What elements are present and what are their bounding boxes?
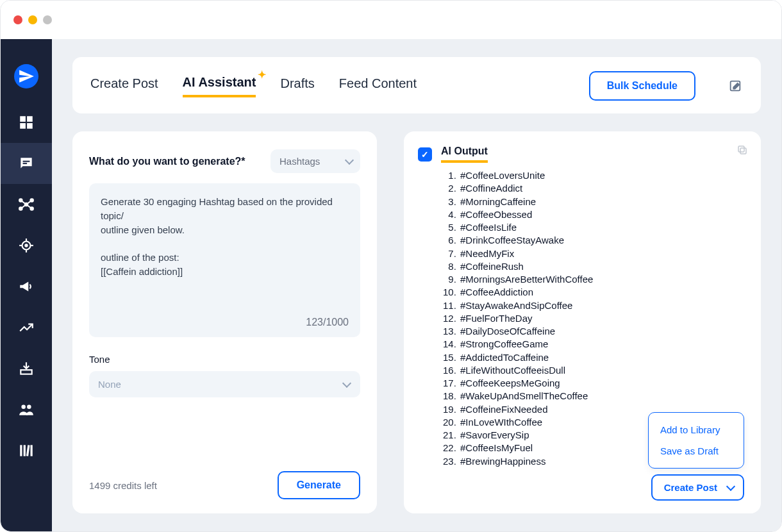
sidebar-item-target[interactable] <box>1 225 52 266</box>
menu-add-to-library[interactable]: Add to Library <box>649 419 744 440</box>
prompt-text: Generate 30 engaging Hashtag based on th… <box>101 195 349 279</box>
hashtag-item: #StayAwakeAndSipCoffee <box>459 299 744 312</box>
tabs-card: Create Post AI Assistant ✦ Drafts Feed C… <box>72 57 761 113</box>
sidebar-item-network[interactable] <box>1 184 52 225</box>
library-icon <box>18 442 35 459</box>
network-icon <box>18 196 35 213</box>
create-post-menu: Add to Library Save as Draft <box>648 412 744 469</box>
svg-rect-1 <box>27 116 33 122</box>
sidebar-brand[interactable] <box>1 51 52 102</box>
hashtag-item: #MorningsAreBetterWithCoffee <box>459 273 744 286</box>
sidebar-item-campaigns[interactable] <box>1 266 52 307</box>
svg-rect-5 <box>23 163 28 164</box>
analytics-icon <box>18 319 35 336</box>
svg-rect-26 <box>24 445 26 456</box>
svg-point-23 <box>21 404 26 409</box>
hashtag-item: #DrinkCoffeeStayAwake <box>459 234 744 247</box>
hashtag-item: #FuelForTheDay <box>459 312 744 325</box>
megaphone-icon <box>18 278 35 295</box>
sidebar <box>1 39 52 531</box>
question-label: What do you want to generate?* <box>89 156 245 167</box>
hashtag-item: #WakeUpAndSmellTheCoffee <box>459 390 744 403</box>
sidebar-item-analytics[interactable] <box>1 307 52 348</box>
sparkle-icon: ✦ <box>258 69 266 81</box>
create-post-button[interactable]: Create Post <box>651 474 744 501</box>
hashtag-item: #DailyDoseOfCaffeine <box>459 325 744 338</box>
tab-ai-assistant[interactable]: AI Assistant ✦ <box>183 75 256 97</box>
sidebar-item-team[interactable] <box>1 389 52 430</box>
svg-point-16 <box>25 244 27 246</box>
svg-rect-27 <box>26 445 30 456</box>
tab-create-post[interactable]: Create Post <box>90 76 158 96</box>
svg-line-12 <box>26 201 32 205</box>
svg-line-13 <box>21 204 26 209</box>
hashtag-item: #CoffeineRush <box>459 260 744 273</box>
main-row: Create Post AI Assistant ✦ Drafts Feed C… <box>1 39 781 531</box>
hashtag-item: #CoffeeKeepsMeGoing <box>459 377 744 390</box>
brand-icon <box>14 64 38 88</box>
hashtag-item: #CoffeeAddiction <box>459 286 744 299</box>
target-icon <box>18 237 35 254</box>
char-count: 123/1000 <box>306 315 349 329</box>
svg-rect-25 <box>20 445 22 456</box>
hashtag-item: #MorningCaffeine <box>459 195 744 208</box>
generation-type-select[interactable]: Hashtags <box>270 149 360 173</box>
panels: What do you want to generate?* Hashtags … <box>72 131 761 513</box>
output-checkbox[interactable]: ✓ <box>418 147 432 162</box>
svg-rect-31 <box>738 146 744 152</box>
svg-rect-30 <box>740 148 746 154</box>
window-minimize-dot[interactable] <box>28 15 37 24</box>
tone-select[interactable]: None <box>89 371 360 397</box>
tab-feed-content[interactable]: Feed Content <box>339 76 417 96</box>
output-title: AI Output <box>441 145 488 163</box>
sidebar-item-library[interactable] <box>1 430 52 471</box>
window-maximize-dot[interactable] <box>43 15 52 24</box>
svg-rect-3 <box>27 123 33 129</box>
chat-icon <box>18 155 35 172</box>
content-area: Create Post AI Assistant ✦ Drafts Feed C… <box>52 39 781 531</box>
hashtag-item: #CoffeeObessed <box>459 208 744 221</box>
tone-label: Tone <box>89 354 360 365</box>
menu-save-as-draft[interactable]: Save as Draft <box>649 440 744 461</box>
tab-label: AI Assistant <box>183 75 256 89</box>
hashtag-item: #AddictedToCaffeine <box>459 351 744 364</box>
download-icon <box>18 360 35 377</box>
svg-rect-4 <box>23 161 30 162</box>
tab-drafts[interactable]: Drafts <box>280 76 314 96</box>
sidebar-item-posts[interactable] <box>1 143 52 184</box>
svg-rect-28 <box>31 445 33 456</box>
hashtag-item: #StrongCoffeeGame <box>459 338 744 351</box>
output-panel: ✓ AI Output #CoffeeLoversUnite#CoffineAd… <box>404 131 761 513</box>
sidebar-item-inbox[interactable] <box>1 348 52 389</box>
svg-line-14 <box>26 204 32 209</box>
window-close-dot[interactable] <box>13 15 22 24</box>
window-titlebar <box>1 1 781 39</box>
svg-point-24 <box>27 404 31 409</box>
sidebar-item-dashboard[interactable] <box>1 102 52 143</box>
hashtag-item: #CoffineAddict <box>459 182 744 195</box>
prompt-textarea[interactable]: Generate 30 engaging Hashtag based on th… <box>89 183 360 337</box>
credits-left: 1499 credits left <box>89 480 157 491</box>
app-frame: Create Post AI Assistant ✦ Drafts Feed C… <box>0 0 782 532</box>
generate-panel: What do you want to generate?* Hashtags … <box>72 131 377 513</box>
copy-icon[interactable] <box>736 144 748 158</box>
grid-icon <box>18 114 35 131</box>
svg-line-11 <box>21 201 26 205</box>
svg-rect-0 <box>20 116 26 122</box>
generate-button[interactable]: Generate <box>278 471 360 499</box>
svg-rect-21 <box>21 370 31 374</box>
compose-icon[interactable] <box>728 78 743 94</box>
hashtag-item: #CoffeeIsLife <box>459 221 744 234</box>
bulk-schedule-button[interactable]: Bulk Schedule <box>589 71 695 101</box>
people-icon <box>18 401 35 418</box>
svg-rect-2 <box>20 123 26 129</box>
hashtag-item: #LifeWithoutCoffeeisDull <box>459 364 744 377</box>
hashtag-item: #NeedMyFix <box>459 247 744 260</box>
hashtag-item: #CoffeeLoversUnite <box>459 169 744 182</box>
